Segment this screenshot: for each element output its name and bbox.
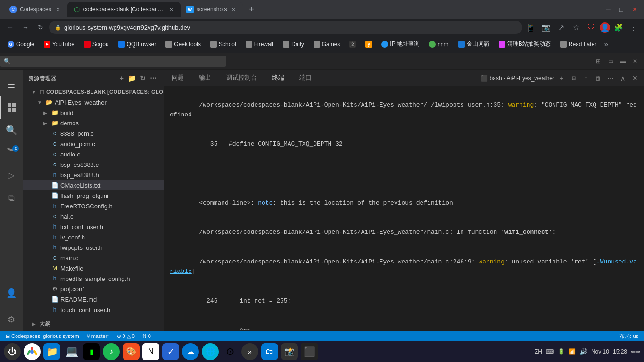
tab-2[interactable]: ⬡ codespaces-blank [Codespaces: g... ✕ xyxy=(67,2,181,17)
add-terminal-btn[interactable]: + xyxy=(556,73,567,83)
minimize-btn[interactable]: ─ xyxy=(603,4,614,15)
panel-close-btn[interactable]: ✕ xyxy=(630,73,640,83)
tree-file-lcd[interactable]: h lcd_conf_user.h xyxy=(23,222,164,232)
bookmark-games[interactable]: Games xyxy=(310,39,344,49)
tab-1-close[interactable]: ✕ xyxy=(54,6,62,13)
taskbar-zh[interactable]: ZH xyxy=(535,348,542,355)
screenshot-button[interactable]: 📷 xyxy=(539,21,553,34)
activity-search[interactable]: 🔍 xyxy=(0,119,23,141)
taskbar-power[interactable]: ⏻ xyxy=(4,343,21,360)
close-btn[interactable]: ✕ xyxy=(629,4,640,15)
tab-ports[interactable]: 端口 xyxy=(292,70,319,86)
bookmark-y[interactable]: y xyxy=(362,39,376,49)
tree-file-1[interactable]: c 8388_pcm.c xyxy=(23,128,164,139)
bookmark-firewall[interactable]: Firewall xyxy=(242,39,277,49)
activity-menu[interactable]: ☰ xyxy=(0,74,23,96)
taskbar-chrome[interactable] xyxy=(24,343,41,360)
panel-layout-btn[interactable]: ▬ xyxy=(618,56,628,66)
activity-settings[interactable]: ⚙ xyxy=(0,308,23,331)
tab-terminal[interactable]: 终端 xyxy=(264,70,292,86)
status-sync[interactable]: ⇅ 0 xyxy=(140,333,153,339)
taskbar-files[interactable]: 📁 xyxy=(43,343,60,360)
refresh-explorer-btn[interactable]: ↻ xyxy=(139,74,147,83)
tab-2-close[interactable]: ✕ xyxy=(167,6,175,13)
status-remote[interactable]: ⊞ Codespaces: glorious system xyxy=(4,333,81,339)
shield-button[interactable]: 🛡 xyxy=(585,21,598,34)
bookmark-ip[interactable]: IP 地址查询 xyxy=(378,38,423,50)
bookmark-clean[interactable]: 清理B站抽奖动态 xyxy=(495,38,554,50)
address-input[interactable]: 🔒 glorious-system-wg9xgv4qrr92vg7v.githu… xyxy=(49,21,522,34)
menu-button[interactable]: ⋮ xyxy=(627,21,640,34)
command-palette[interactable]: 🔍 xyxy=(0,56,226,67)
tree-file-flash[interactable]: 📄 flash_prog_cfg.ini xyxy=(23,190,164,201)
cast-button[interactable]: 📱 xyxy=(524,21,537,34)
bookmark-readlater[interactable]: Read Later xyxy=(556,39,600,49)
tree-file-proj[interactable]: ⚙ proj.conf xyxy=(23,284,164,294)
taskbar-more[interactable]: » xyxy=(241,343,258,360)
split-vertical-btn[interactable]: ▭ xyxy=(605,56,616,66)
tree-file-5[interactable]: h bsp_es8388.h xyxy=(23,170,164,180)
bookmark-misc1[interactable]: 文 xyxy=(346,39,360,49)
bookmark-youtube[interactable]: ▶ YouTube xyxy=(40,39,78,49)
bookmark-qqbrowser[interactable]: QQBrowser xyxy=(115,39,160,49)
taskbar-browser2[interactable]: 🌐 xyxy=(202,343,219,360)
tree-file-touch[interactable]: h touch_conf_user.h xyxy=(23,304,164,315)
tree-file-makefile[interactable]: M Makefile xyxy=(23,263,164,273)
share-button[interactable]: ↗ xyxy=(554,21,568,34)
tree-file-main[interactable]: c main.c xyxy=(23,253,164,263)
tree-file-readme[interactable]: 📄 README.md xyxy=(23,294,164,304)
activity-remote[interactable]: 👤 xyxy=(0,282,23,304)
refresh-button[interactable]: ↻ xyxy=(34,21,47,34)
taskbar-cloud[interactable]: ☁ xyxy=(182,343,199,360)
activity-source-control[interactable]: 2 xyxy=(0,141,23,164)
new-folder-btn[interactable]: 📁 xyxy=(127,74,137,83)
tree-file-2[interactable]: c audio_pcm.c xyxy=(23,139,164,149)
bookmark-arrows[interactable]: ↑↑↑↑ xyxy=(425,39,453,49)
workspace-root[interactable]: ▼ ◻ CODESPACES-BLANK [CODESPACES: GLORIO… xyxy=(23,87,164,97)
taskbar-vscode[interactable]: 💻 xyxy=(63,343,80,360)
taskbar-screenshot[interactable]: 📸 xyxy=(281,343,298,360)
tab-1[interactable]: C Codespaces ✕ xyxy=(4,2,67,17)
maximize-btn[interactable]: □ xyxy=(616,4,627,15)
extensions-button[interactable]: 🧩 xyxy=(612,21,625,34)
split-editor-btn[interactable]: ⊞ xyxy=(593,56,603,66)
tab-debug[interactable]: 调试控制台 xyxy=(219,70,264,86)
tab-3[interactable]: W screenshots ✕ xyxy=(181,2,243,17)
panel-maximize-btn[interactable]: ⋯ xyxy=(605,73,616,83)
taskbar-todo[interactable]: ✓ xyxy=(162,343,179,360)
terminal-trash-btn[interactable]: 🗑 xyxy=(593,73,603,83)
new-file-btn[interactable]: + xyxy=(119,74,125,83)
toggle-panel-btn[interactable]: ✕ xyxy=(630,56,640,66)
bookmark-daily[interactable]: Daily xyxy=(279,39,308,49)
activity-extensions[interactable]: ⧉ xyxy=(0,187,23,209)
bookmark-button[interactable]: ☆ xyxy=(570,21,583,34)
terminal-columns-btn[interactable]: ≡ xyxy=(581,73,591,83)
bookmark-geektools[interactable]: GeekTools xyxy=(162,39,205,49)
taskbar-appstore[interactable]: 🗂 xyxy=(261,343,278,360)
taskbar-keyboard[interactable]: ⬛ xyxy=(301,343,318,360)
collapse-all-btn[interactable]: ⋯ xyxy=(149,74,158,83)
tree-build[interactable]: ▶ 📁 build xyxy=(23,107,164,118)
status-errors[interactable]: ⊘ 0 △ 0 xyxy=(115,333,137,339)
tree-file-3[interactable]: c audio.c xyxy=(23,149,164,159)
tree-file-mbedtls[interactable]: h mbedtls_sample_config.h xyxy=(23,273,164,284)
forward-button[interactable]: → xyxy=(19,21,32,34)
taskbar-misc[interactable]: ⊙ xyxy=(222,343,239,360)
account-button[interactable]: 👤 xyxy=(600,22,610,33)
outline-section[interactable]: ▶ 大纲 xyxy=(23,319,164,329)
bookmark-school[interactable]: School xyxy=(206,39,240,49)
bookmark-google[interactable]: G Google xyxy=(4,39,38,49)
taskbar-spotify[interactable]: ♪ xyxy=(103,343,120,360)
folder-aipi-eyes[interactable]: ▼ 📂 AiPi-Eyes_weather xyxy=(23,97,164,107)
terminal-split-btn[interactable]: ⊟ xyxy=(569,73,579,83)
tree-file-lv[interactable]: h lv_conf.h xyxy=(23,232,164,242)
tab-output[interactable]: 输出 xyxy=(191,70,219,86)
bookmark-sogou[interactable]: Sogou xyxy=(80,39,113,49)
tree-file-hal[interactable]: c hal.c xyxy=(23,211,164,222)
status-layout[interactable]: 布局: us xyxy=(618,333,640,340)
activity-explorer[interactable] xyxy=(0,96,23,119)
tree-file-freertos[interactable]: h FreeRTOSConfig.h xyxy=(23,201,164,211)
taskbar-terminal[interactable]: ▮ xyxy=(83,343,100,360)
new-tab-button[interactable]: + xyxy=(245,3,258,16)
bookmark-jinshan[interactable]: 金山词霸 xyxy=(454,38,493,50)
